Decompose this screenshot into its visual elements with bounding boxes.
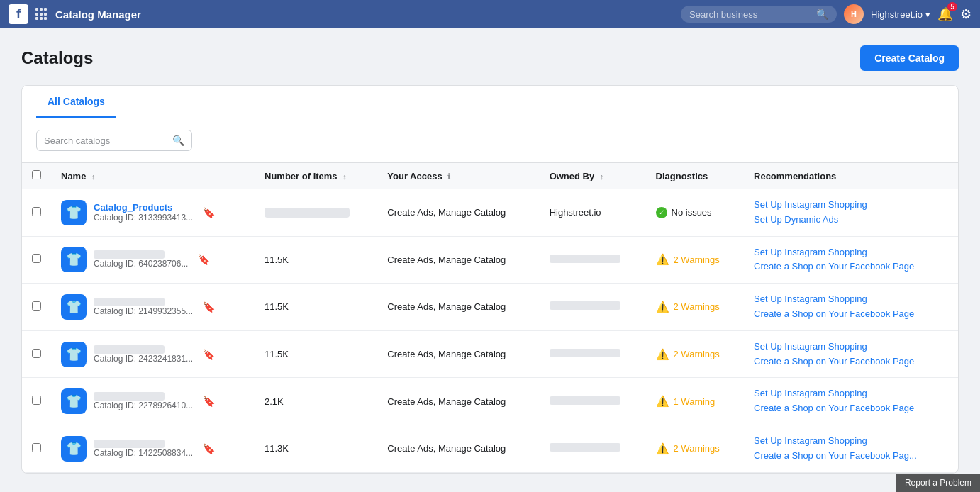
access-info-icon[interactable]: ℹ (447, 172, 450, 181)
select-all-checkbox[interactable] (32, 170, 41, 179)
rec1-link[interactable]: Set Up Instagram Shopping (754, 434, 948, 449)
catalog-search-input[interactable] (44, 135, 167, 146)
catalog-icon: 👕 (61, 436, 87, 462)
items-sort-icon[interactable]: ↕ (343, 172, 347, 181)
report-problem-button[interactable]: Report a Problem (896, 474, 980, 491)
catalog-icon: 👕 (61, 342, 87, 367)
col-items: Number of Items ↕ (255, 163, 377, 189)
bookmark-icon[interactable]: 🔖 (198, 254, 210, 265)
catalog-name-redacted (94, 298, 165, 306)
catalog-id: Catalog ID: 640238706... (94, 259, 188, 269)
row-checkbox[interactable] (32, 254, 41, 263)
rec2-link[interactable]: Create a Shop on Your Facebook Page (754, 354, 948, 369)
access-cell: Create Ads, Manage Catalog (377, 330, 539, 378)
rec2-link[interactable]: Create a Shop on Your Facebook Page (754, 401, 948, 416)
access-cell: Create Ads, Manage Catalog (377, 378, 539, 425)
catalog-name-link[interactable]: Catalog_Products (94, 202, 193, 213)
rec2-link[interactable]: Set Up Dynamic Ads (754, 213, 948, 228)
facebook-logo[interactable]: f (9, 4, 28, 24)
bookmark-icon[interactable]: 🔖 (203, 207, 215, 218)
global-search-input[interactable] (689, 9, 812, 20)
row-checkbox[interactable] (32, 349, 41, 358)
row-checkbox[interactable] (32, 443, 41, 452)
row-checkbox[interactable] (32, 301, 41, 311)
owned-cell (540, 236, 646, 284)
diag-cell: ⚠️ 2 Warnings (646, 330, 745, 378)
rec1-link[interactable]: Set Up Instagram Shopping (754, 198, 948, 213)
rec2-link[interactable]: Create a Shop on Your Facebook Page (754, 259, 948, 274)
settings-icon[interactable]: ⚙ (960, 6, 971, 22)
row-checkbox[interactable] (32, 207, 41, 216)
catalog-id: Catalog ID: 2278926410... (94, 401, 193, 410)
bookmark-icon[interactable]: 🔖 (203, 443, 215, 454)
bookmark-icon[interactable]: 🔖 (203, 301, 215, 313)
rec-cell: Set Up Instagram Shopping Create a Shop … (744, 330, 958, 378)
rec1-link[interactable]: Set Up Instagram Shopping (754, 245, 948, 260)
catalog-icon: 👕 (61, 247, 87, 272)
chevron-down-icon: ▾ (925, 9, 930, 20)
catalog-info: Catalog ID: 1422508834... (94, 440, 193, 458)
items-cell: 11.3K (255, 425, 377, 472)
access-cell: Create Ads, Manage Catalog (377, 236, 539, 284)
top-navigation: f Catalog Manager 🔍 H Highstreet.io ▾ 🔔 … (0, 0, 980, 28)
items-bar (265, 208, 350, 218)
items-cell: 11.5K (255, 330, 377, 378)
access-cell: Create Ads, Manage Catalog (377, 189, 539, 237)
rec1-link[interactable]: Set Up Instagram Shopping (754, 292, 948, 307)
diag-cell: ⚠️ 1 Warning (646, 378, 745, 425)
table-header-row: Name ↕ Number of Items ↕ Your Access ℹ O… (22, 163, 958, 189)
catalog-search-box[interactable]: 🔍 (36, 130, 192, 151)
rec-cell: Set Up Instagram Shopping Create a Shop … (744, 236, 958, 284)
page-header: Catalogs Create Catalog (21, 45, 959, 71)
create-catalog-button[interactable]: Create Catalog (860, 45, 959, 71)
bookmark-icon[interactable]: 🔖 (203, 349, 215, 360)
catalog-info: Catalog ID: 640238706... (94, 250, 188, 269)
owned-cell (540, 330, 646, 378)
catalog-icon: 👕 (61, 388, 87, 414)
items-cell: 11.5K (255, 284, 377, 331)
catalog-name-redacted (94, 345, 165, 354)
account-name[interactable]: Highstreet.io ▾ (871, 9, 930, 20)
items-cell (255, 189, 377, 237)
rec1-link[interactable]: Set Up Instagram Shopping (754, 340, 948, 354)
diag-cell: ⚠️ 2 Warnings (646, 425, 745, 472)
row-checkbox[interactable] (32, 396, 41, 405)
col-diagnostics: Diagnostics (646, 163, 745, 189)
catalog-name-cell: 👕 Catalog ID: 640238706... 🔖 (61, 247, 245, 272)
catalog-id: Catalog ID: 3133993413... (94, 213, 193, 223)
bookmark-icon[interactable]: 🔖 (203, 396, 215, 407)
catalog-name-redacted (94, 440, 165, 448)
col-access: Your Access ℹ (377, 163, 539, 189)
owned-cell (540, 378, 646, 425)
apps-grid-icon[interactable] (35, 8, 48, 21)
col-recommendations: Recommendations (744, 163, 958, 189)
catalog-icon: 👕 (61, 200, 87, 225)
col-name: Name ↕ (51, 163, 255, 189)
owned-redacted (550, 396, 620, 405)
access-cell: Create Ads, Manage Catalog (377, 284, 539, 331)
rec-cell: Set Up Instagram Shopping Create a Shop … (744, 284, 958, 331)
select-all-col (22, 163, 51, 189)
catalog-icon: 👕 (61, 294, 87, 320)
catalog-id: Catalog ID: 2149932355... (94, 306, 193, 316)
app-title: Catalog Manager (55, 9, 141, 21)
catalog-name-cell: 👕 Catalog ID: 1422508834... 🔖 (61, 436, 245, 462)
table-row: 👕 Catalog ID: 640238706... 🔖 11.5K Creat… (22, 236, 958, 284)
tabs-bar: All Catalogs (22, 86, 958, 118)
search-icon: 🔍 (172, 135, 184, 146)
notifications-button[interactable]: 🔔 5 (937, 6, 953, 22)
owned-redacted (550, 255, 620, 263)
name-sort-icon[interactable]: ↕ (91, 172, 96, 181)
catalog-id: Catalog ID: 2423241831... (94, 354, 193, 364)
col-owned: Owned By ↕ (540, 163, 646, 189)
global-search-box[interactable]: 🔍 (681, 6, 837, 23)
catalog-info: Catalog ID: 2278926410... (94, 392, 193, 410)
rec2-link[interactable]: Create a Shop on Your Facebook Pag... (754, 449, 948, 464)
rec2-link[interactable]: Create a Shop on Your Facebook Page (754, 307, 948, 322)
owned-sort-icon[interactable]: ↕ (600, 172, 604, 181)
catalog-name-redacted (94, 392, 165, 401)
owned-cell: Highstreet.io (540, 189, 646, 237)
rec1-link[interactable]: Set Up Instagram Shopping (754, 386, 948, 401)
items-cell: 2.1K (255, 378, 377, 425)
tab-all-catalogs[interactable]: All Catalogs (36, 86, 116, 118)
